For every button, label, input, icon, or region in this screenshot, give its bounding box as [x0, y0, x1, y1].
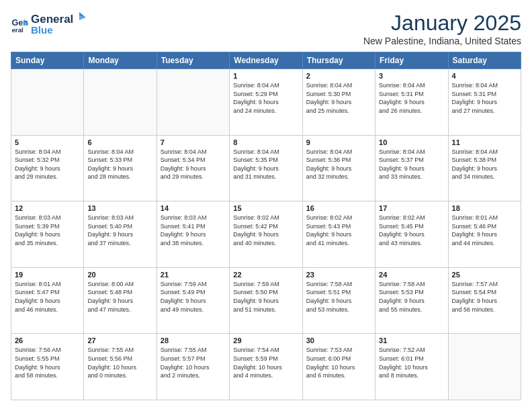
day-cell: 25Sunrise: 7:57 AM Sunset: 5:54 PM Dayli… — [448, 267, 521, 334]
day-cell: 3Sunrise: 8:04 AM Sunset: 5:31 PM Daylig… — [375, 69, 448, 136]
day-info: Sunrise: 8:04 AM Sunset: 5:30 PM Dayligh… — [306, 81, 371, 115]
day-number: 1 — [233, 72, 298, 80]
day-number: 16 — [306, 204, 371, 212]
week-row-5: 26Sunrise: 7:56 AM Sunset: 5:55 PM Dayli… — [11, 334, 521, 400]
day-number: 29 — [233, 336, 298, 345]
day-number: 20 — [87, 271, 152, 279]
location-title: New Palestine, Indiana, United States — [363, 36, 521, 46]
day-info: Sunrise: 7:54 AM Sunset: 5:59 PM Dayligh… — [233, 346, 298, 379]
day-number: 11 — [452, 138, 517, 146]
day-cell: 12Sunrise: 8:03 AM Sunset: 5:39 PM Dayli… — [11, 201, 84, 268]
day-cell: 5Sunrise: 8:04 AM Sunset: 5:32 PM Daylig… — [11, 135, 84, 201]
day-cell: 17Sunrise: 8:02 AM Sunset: 5:45 PM Dayli… — [375, 201, 448, 268]
day-cell — [84, 69, 157, 136]
day-number: 14 — [161, 204, 226, 212]
day-number: 27 — [87, 336, 152, 345]
day-info: Sunrise: 8:03 AM Sunset: 5:40 PM Dayligh… — [87, 214, 152, 247]
logo: Gen eral Blue General Blue — [11, 11, 91, 40]
day-info: Sunrise: 8:02 AM Sunset: 5:42 PM Dayligh… — [233, 214, 298, 247]
day-number: 25 — [452, 271, 517, 279]
day-info: Sunrise: 7:55 AM Sunset: 5:56 PM Dayligh… — [87, 346, 152, 379]
day-cell: 27Sunrise: 7:55 AM Sunset: 5:56 PM Dayli… — [84, 334, 157, 400]
day-number: 5 — [15, 138, 80, 146]
day-number: 8 — [233, 138, 298, 146]
calendar-table: SundayMondayTuesdayWednesdayThursdayFrid… — [11, 52, 521, 400]
day-number: 23 — [306, 271, 371, 279]
day-cell: 18Sunrise: 8:01 AM Sunset: 5:46 PM Dayli… — [448, 201, 521, 268]
day-info: Sunrise: 8:04 AM Sunset: 5:29 PM Dayligh… — [233, 81, 298, 115]
weekday-header-row: SundayMondayTuesdayWednesdayThursdayFrid… — [11, 52, 521, 69]
weekday-header-thursday: Thursday — [302, 52, 375, 69]
day-cell: 28Sunrise: 7:55 AM Sunset: 5:57 PM Dayli… — [157, 334, 229, 400]
day-info: Sunrise: 8:04 AM Sunset: 5:33 PM Dayligh… — [87, 148, 152, 181]
day-cell: 24Sunrise: 7:58 AM Sunset: 5:53 PM Dayli… — [375, 267, 448, 334]
day-number: 26 — [15, 336, 80, 345]
day-info: Sunrise: 8:04 AM Sunset: 5:38 PM Dayligh… — [452, 148, 517, 181]
day-number: 12 — [15, 204, 80, 212]
day-number: 6 — [87, 138, 152, 146]
day-cell: 19Sunrise: 8:01 AM Sunset: 5:47 PM Dayli… — [11, 267, 84, 334]
day-number: 19 — [15, 271, 80, 279]
day-number: 4 — [452, 72, 517, 80]
day-number: 9 — [306, 138, 371, 146]
day-info: Sunrise: 7:58 AM Sunset: 5:51 PM Dayligh… — [306, 280, 371, 314]
day-info: Sunrise: 7:55 AM Sunset: 5:57 PM Dayligh… — [161, 346, 226, 379]
day-cell: 10Sunrise: 8:04 AM Sunset: 5:37 PM Dayli… — [375, 135, 448, 201]
day-cell: 4Sunrise: 8:04 AM Sunset: 5:31 PM Daylig… — [448, 69, 521, 136]
day-info: Sunrise: 7:57 AM Sunset: 5:54 PM Dayligh… — [452, 280, 517, 314]
day-cell: 13Sunrise: 8:03 AM Sunset: 5:40 PM Dayli… — [84, 201, 157, 268]
month-title: January 2025 — [363, 11, 521, 36]
day-info: Sunrise: 8:04 AM Sunset: 5:35 PM Dayligh… — [233, 148, 298, 181]
day-cell: 2Sunrise: 8:04 AM Sunset: 5:30 PM Daylig… — [302, 69, 375, 136]
day-cell: 30Sunrise: 7:53 AM Sunset: 6:00 PM Dayli… — [302, 334, 375, 400]
day-number: 21 — [161, 271, 226, 279]
day-cell — [157, 69, 229, 136]
day-cell: 20Sunrise: 8:00 AM Sunset: 5:48 PM Dayli… — [84, 267, 157, 334]
logo-line1: General Blue — [31, 11, 91, 40]
day-info: Sunrise: 8:00 AM Sunset: 5:48 PM Dayligh… — [87, 280, 152, 314]
day-cell: 31Sunrise: 7:52 AM Sunset: 6:01 PM Dayli… — [375, 334, 448, 400]
day-info: Sunrise: 8:04 AM Sunset: 5:31 PM Dayligh… — [452, 81, 517, 115]
day-info: Sunrise: 8:04 AM Sunset: 5:32 PM Dayligh… — [15, 148, 80, 181]
day-number: 7 — [161, 138, 226, 146]
day-info: Sunrise: 7:59 AM Sunset: 5:49 PM Dayligh… — [161, 280, 226, 314]
week-row-4: 19Sunrise: 8:01 AM Sunset: 5:47 PM Dayli… — [11, 267, 521, 334]
day-info: Sunrise: 8:04 AM Sunset: 5:31 PM Dayligh… — [379, 81, 444, 115]
day-info: Sunrise: 8:01 AM Sunset: 5:46 PM Dayligh… — [452, 214, 517, 247]
day-cell: 14Sunrise: 8:03 AM Sunset: 5:41 PM Dayli… — [157, 201, 229, 268]
day-number: 31 — [379, 336, 444, 345]
day-info: Sunrise: 7:59 AM Sunset: 5:50 PM Dayligh… — [233, 280, 298, 314]
svg-text:Blue: Blue — [31, 24, 53, 36]
day-number: 3 — [379, 72, 444, 80]
day-number: 24 — [379, 271, 444, 279]
logo-icon: Gen eral Blue — [11, 15, 30, 34]
day-cell: 23Sunrise: 7:58 AM Sunset: 5:51 PM Dayli… — [302, 267, 375, 334]
page: Gen eral Blue General Blue January 2025 — [0, 0, 532, 411]
day-cell: 29Sunrise: 7:54 AM Sunset: 5:59 PM Dayli… — [230, 334, 302, 400]
day-info: Sunrise: 7:56 AM Sunset: 5:55 PM Dayligh… — [15, 346, 80, 379]
day-number: 15 — [233, 204, 298, 212]
svg-text:Blue: Blue — [11, 34, 25, 35]
day-info: Sunrise: 8:01 AM Sunset: 5:47 PM Dayligh… — [15, 280, 80, 314]
day-number: 28 — [161, 336, 226, 345]
day-cell: 9Sunrise: 8:04 AM Sunset: 5:36 PM Daylig… — [302, 135, 375, 201]
header: Gen eral Blue General Blue January 2025 — [11, 11, 521, 46]
weekday-header-friday: Friday — [375, 52, 448, 69]
day-number: 22 — [233, 271, 298, 279]
week-row-3: 12Sunrise: 8:03 AM Sunset: 5:39 PM Dayli… — [11, 201, 521, 268]
day-cell: 8Sunrise: 8:04 AM Sunset: 5:35 PM Daylig… — [230, 135, 302, 201]
title-section: January 2025 New Palestine, Indiana, Uni… — [363, 11, 521, 46]
day-info: Sunrise: 7:53 AM Sunset: 6:00 PM Dayligh… — [306, 346, 371, 379]
day-number: 17 — [379, 204, 444, 212]
day-cell: 22Sunrise: 7:59 AM Sunset: 5:50 PM Dayli… — [230, 267, 302, 334]
week-row-2: 5Sunrise: 8:04 AM Sunset: 5:32 PM Daylig… — [11, 135, 521, 201]
logo-svg: General Blue — [31, 11, 91, 36]
day-cell — [448, 334, 521, 400]
day-info: Sunrise: 8:04 AM Sunset: 5:36 PM Dayligh… — [306, 148, 371, 181]
day-number: 30 — [306, 336, 371, 345]
day-info: Sunrise: 8:02 AM Sunset: 5:43 PM Dayligh… — [306, 214, 371, 247]
day-cell: 21Sunrise: 7:59 AM Sunset: 5:49 PM Dayli… — [157, 267, 229, 334]
day-cell: 15Sunrise: 8:02 AM Sunset: 5:42 PM Dayli… — [230, 201, 302, 268]
day-cell: 16Sunrise: 8:02 AM Sunset: 5:43 PM Dayli… — [302, 201, 375, 268]
day-info: Sunrise: 8:03 AM Sunset: 5:39 PM Dayligh… — [15, 214, 80, 247]
